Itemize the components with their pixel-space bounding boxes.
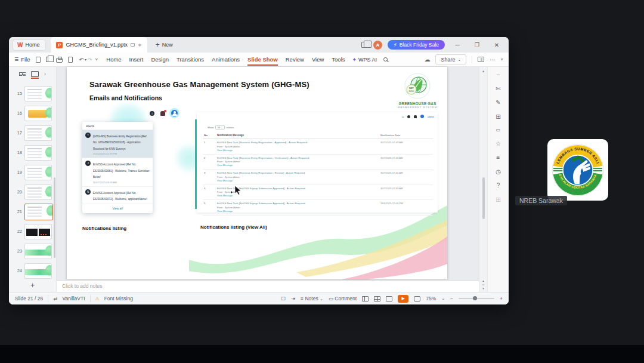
black-friday-sale-button[interactable]: ⚡ Black Friday Sale [388, 40, 445, 50]
file-menu[interactable]: ☰ File [14, 56, 30, 63]
menu-design[interactable]: Design [151, 53, 169, 66]
ribbon-collapse-icon[interactable]: ˅ [500, 57, 503, 62]
slide-number: 19 [9, 170, 22, 175]
slide-thumbnail-19[interactable] [24, 165, 52, 180]
scrollbar-thumb[interactable] [482, 177, 485, 219]
slide-thumbnail-20[interactable] [24, 184, 52, 200]
apps-grid-icon[interactable]: ⊞ [496, 196, 500, 203]
panel-collapse-icon[interactable]: › [44, 71, 46, 77]
print-icon[interactable] [56, 58, 63, 63]
notification-date: 30/7/2025 07:49 AM [380, 141, 433, 152]
undo-dropdown-icon[interactable]: ▾ [85, 57, 86, 61]
alert-item[interactable]: N EnVISS Account Approved [Ref No. ES/20… [82, 187, 153, 205]
slide-thumbnail-24[interactable] [24, 263, 52, 279]
current-slide[interactable]: Sarawak Greenhouse Gas Management System… [67, 67, 447, 279]
toolbar-collapse-icon[interactable]: ˅ [95, 57, 98, 62]
document-tab[interactable]: P GHGMS_Briefing_v1.pptx ∗ [51, 37, 147, 53]
outline-view-icon[interactable] [19, 72, 26, 77]
slide-thumbnail-21[interactable] [24, 204, 53, 220]
scroll-up-icon[interactable]: ▴ [479, 67, 487, 73]
wps-ai-menu[interactable]: ✦ WPS AI [352, 57, 377, 63]
wps-home-tab[interactable]: W Home [13, 39, 46, 51]
menu-review[interactable]: Review [286, 53, 304, 66]
fit-slide-icon[interactable] [414, 296, 420, 302]
theme-name[interactable]: VanillaVTI [62, 296, 85, 302]
next-slide-icon[interactable]: ▾ [482, 287, 484, 290]
previous-slide-icon[interactable]: ▴ [482, 279, 484, 282]
help-icon[interactable]: ? [497, 182, 500, 189]
menu-slide-show[interactable]: Slide Show [247, 53, 278, 66]
menu-animations[interactable]: Animations [212, 53, 240, 66]
notes-input[interactable]: Click to add notes [57, 280, 479, 292]
slide-scrollbar[interactable]: ▴ ▴ ▭ ▾ [479, 67, 487, 292]
new-tab-button[interactable]: + New [156, 41, 173, 49]
slide-thumbnail-22[interactable] [24, 224, 52, 239]
notification-row: 5 EnVISS New Task [EnVISS Signup Submiss… [203, 200, 433, 216]
zoom-slider-knob[interactable] [473, 296, 477, 300]
participant-video-tile[interactable]: LEMBAGA SUMBER ASLI DAN ALAM SEKITAR SAR… [547, 139, 608, 201]
settings-icon[interactable]: ≡ [497, 154, 500, 161]
slide-view-icon[interactable] [31, 71, 39, 77]
view-message-link[interactable]: View Message [217, 210, 377, 213]
show-label: Show [208, 126, 213, 129]
slide-thumbnail-18[interactable] [24, 145, 52, 161]
home-icon: ⌂ [401, 115, 404, 118]
edit-icon[interactable]: ✎ [496, 99, 500, 106]
zoom-in-button[interactable]: + [500, 296, 503, 302]
slide-sorter-icon[interactable] [374, 296, 380, 302]
zoom-dropdown-icon[interactable]: ⌄ [441, 296, 445, 301]
menu-view[interactable]: View [312, 53, 324, 66]
copy-icon[interactable] [46, 57, 51, 62]
slideshow-play-button[interactable]: ▶ [398, 295, 408, 303]
slide-thumbnail-15[interactable] [24, 86, 52, 101]
share-button[interactable]: Share ⌄ [435, 54, 466, 64]
menu-home[interactable]: Home [106, 53, 121, 66]
history-icon[interactable]: ◷ [496, 168, 501, 175]
undo-icon[interactable]: ↶ [79, 57, 83, 63]
add-slide-button[interactable]: + [9, 281, 56, 290]
reading-view-icon[interactable] [386, 296, 392, 302]
minimize-button[interactable]: ─ [450, 42, 465, 48]
panel-scrollbar[interactable] [54, 177, 55, 258]
slide-jump-icon[interactable]: ▭ [482, 283, 485, 286]
print-preview-icon[interactable] [68, 57, 73, 63]
normal-view-icon[interactable] [362, 296, 369, 302]
font-missing-label[interactable]: Font Missing [104, 296, 133, 302]
page-setup-icon[interactable]: ☐ [281, 296, 286, 302]
view-message-link[interactable]: View Message [217, 149, 377, 152]
slide-thumbnail-23[interactable] [24, 244, 52, 259]
comment-pane-icon[interactable]: ▭ [496, 127, 501, 133]
zoom-out-button[interactable]: − [450, 296, 453, 302]
favorites-icon[interactable]: ☆ [496, 140, 501, 147]
notes-toggle[interactable]: ≡ Notes ⌄ [301, 296, 323, 302]
menu-insert[interactable]: Insert [129, 53, 144, 66]
more-icon[interactable]: ⋯ [490, 57, 495, 63]
search-icon[interactable] [383, 57, 388, 61]
zoom-level[interactable]: 75% [426, 296, 436, 302]
menu-transitions[interactable]: Transitions [177, 53, 204, 66]
notification-date: 30/7/2025 07:46 AM [380, 171, 433, 183]
slide-thumbnail-17[interactable] [24, 125, 52, 141]
collapse-pane-icon[interactable]: ─ [497, 72, 500, 78]
save-icon[interactable] [36, 57, 41, 63]
menu-tools[interactable]: Tools [332, 53, 345, 66]
panel-layout-icon[interactable] [478, 57, 484, 62]
slide-thumbnail-16[interactable] [24, 106, 52, 121]
alert-item[interactable]: J EnVISS Account Approved [Ref No. ES/20… [82, 158, 153, 186]
tab-list-icon[interactable] [361, 42, 368, 48]
alert-item[interactable]: T [GHG-MS] Business Entity Registration … [82, 130, 153, 158]
close-button[interactable]: ✕ [490, 42, 504, 48]
tailor-tools-icon[interactable]: ✄ [496, 85, 500, 92]
export-icon[interactable]: ⇥ [291, 296, 295, 302]
view-message-link[interactable]: View Message [217, 164, 377, 167]
tab-preview-icon[interactable] [131, 43, 135, 47]
zoom-slider[interactable] [459, 298, 494, 299]
alert-text: EnVISS Account Approved [Ref No. ES/2025… [93, 163, 149, 179]
shapes-icon[interactable]: ⊞ [496, 113, 500, 120]
view-message-link[interactable]: View Message [217, 179, 377, 183]
alert-avatar: N [85, 189, 91, 195]
maximize-button[interactable]: ❐ [470, 42, 484, 48]
account-avatar[interactable]: A [373, 41, 382, 50]
cloud-sync-icon[interactable]: ☁ [424, 56, 430, 63]
comment-button[interactable]: ▭ Comment [329, 296, 357, 302]
